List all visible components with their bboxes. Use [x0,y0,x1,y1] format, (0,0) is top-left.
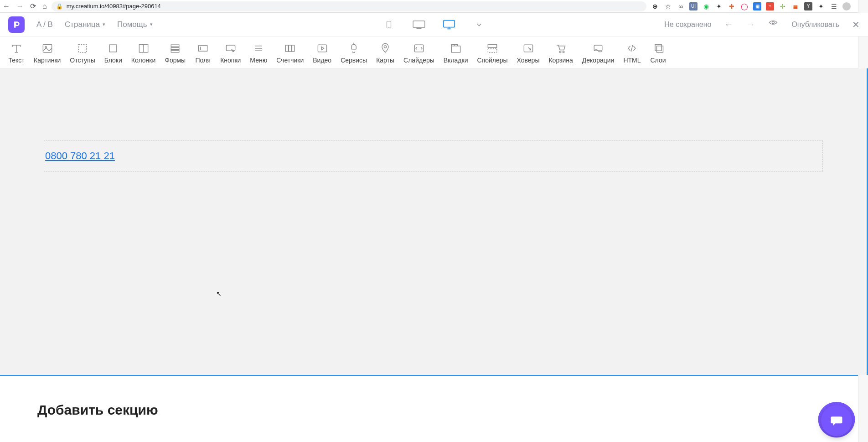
tool-counters[interactable]: Счетчики [272,42,308,64]
svg-rect-17 [171,50,179,52]
tool-hovers[interactable]: Ховеры [512,42,544,64]
page-menu[interactable]: Страница▾ [65,20,105,29]
tool-html[interactable]: HTML [619,42,645,64]
ext-icon-2[interactable]: UI [689,2,698,10]
tool-label: Сервисы [341,57,367,64]
svg-rect-11 [78,44,87,52]
tool-label: Корзина [548,57,573,64]
tool-fields[interactable]: Поля [190,42,216,64]
help-label: Помощь [117,20,147,29]
preview-icon[interactable] [768,19,779,30]
svg-rect-27 [318,45,326,52]
ext-icon-10[interactable]: ≣ [791,2,800,10]
undo-icon[interactable]: ← [724,19,733,30]
tool-label: Текст [8,57,24,64]
tool-label: Декорации [582,57,615,64]
zoom-icon[interactable]: ⊕ [651,2,659,10]
svg-point-8 [772,21,775,24]
ext-icon-1[interactable]: ∞ [677,2,685,10]
tool-blocks[interactable]: Блоки [100,42,127,64]
mobile-preview-icon[interactable] [382,19,396,30]
svg-rect-16 [171,47,179,49]
add-section-area[interactable]: Добавить секцию [0,375,868,418]
browser-toolbar: ← → ⟳ ⌂ 🔒 my.creatium.io/40983#page-2906… [0,0,868,13]
svg-point-35 [563,51,565,53]
chat-widget[interactable] [818,402,855,439]
svg-point-0 [16,22,18,25]
tool-label: Отступы [70,57,95,64]
ab-toggle[interactable]: A / B [36,20,53,29]
tool-decor[interactable]: Декорации [578,42,619,64]
tool-label: Колонки [131,57,155,64]
text-element-box[interactable]: 0800 780 21 21 [44,140,823,172]
tool-text[interactable]: Текст [4,42,29,64]
tool-menu[interactable]: Меню [245,42,272,64]
desktop-preview-icon[interactable] [442,19,456,30]
close-icon[interactable]: ✕ [852,19,860,30]
tool-video[interactable]: Видео [308,42,336,64]
tool-label: Видео [313,57,331,64]
back-icon[interactable]: ← [3,3,10,10]
tool-sliders[interactable]: Слайдеры [399,42,439,64]
device-more-icon[interactable] [472,19,486,30]
chevron-down-icon: ▾ [150,21,153,27]
tool-tabs[interactable]: Вкладки [439,42,473,64]
ext-icon-3[interactable]: ◉ [702,2,710,10]
tool-label: Спойлеры [477,57,507,64]
svg-rect-30 [451,46,460,52]
ext-icon-5[interactable]: ✚ [728,2,736,10]
svg-rect-18 [199,45,207,51]
svg-rect-38 [656,46,663,52]
svg-rect-25 [289,45,292,52]
svg-rect-5 [444,20,455,27]
ext-icon-9[interactable]: ✢ [779,2,787,10]
app-logo[interactable] [8,16,25,33]
tool-label: Счетчики [276,57,304,64]
tool-cart[interactable]: Корзина [544,42,577,64]
tool-layers[interactable]: Слои [646,42,671,64]
svg-rect-20 [226,45,235,51]
svg-point-28 [384,45,386,47]
ext-icon-8[interactable]: ≡ [766,2,774,10]
chat-icon [821,405,852,436]
tablet-preview-icon[interactable] [412,19,426,30]
ext-icon-4[interactable]: ✦ [715,2,723,10]
tool-spacing[interactable]: Отступы [65,42,99,64]
editor-canvas[interactable]: 0800 780 21 21 ↖ [0,68,868,375]
phone-link[interactable]: 0800 780 21 21 [45,150,115,162]
address-bar[interactable]: 🔒 my.creatium.io/40983#page-290614 [52,1,646,11]
tool-label: Слайдеры [403,57,434,64]
forward-icon[interactable]: → [16,3,24,10]
profile-avatar-icon[interactable] [842,2,851,10]
extensions-icon[interactable]: ✦ [817,2,825,10]
help-menu[interactable]: Помощь▾ [117,20,153,29]
tool-forms[interactable]: Формы [160,42,190,64]
cursor-icon: ↖ [216,290,222,297]
tool-images[interactable]: Картинки [29,42,65,64]
svg-point-34 [560,51,562,53]
page-label: Страница [65,20,100,29]
reload-icon[interactable]: ⟳ [30,3,36,10]
tool-buttons[interactable]: Кнопки [216,42,245,64]
ext-icon-6[interactable]: ◯ [740,2,749,10]
tool-label: HTML [623,57,641,64]
tool-services[interactable]: Сервисы [336,42,372,64]
tool-columns[interactable]: Колонки [127,42,160,64]
chevron-down-icon: ▾ [103,21,105,27]
redo-icon[interactable]: → [746,19,755,30]
browser-nav: ← → ⟳ ⌂ [3,3,47,10]
ext-icon-12[interactable]: ☰ [830,2,838,10]
save-status: Не сохранено [664,21,711,29]
star-icon[interactable]: ☆ [664,2,672,10]
app-header: A / B Страница▾ Помощь▾ Не сохранено ← →… [0,13,868,36]
tool-maps[interactable]: Карты [372,42,399,64]
publish-button[interactable]: Опубликовать [791,21,839,29]
ext-icon-7[interactable]: ▣ [753,2,761,10]
ext-icon-11[interactable]: Y [804,2,812,10]
svg-rect-12 [109,45,117,52]
browser-extensions: ⊕ ☆ ∞ UI ◉ ✦ ✚ ◯ ▣ ≡ ✢ ≣ Y ✦ ☰ ⋮ [651,2,865,10]
svg-rect-1 [387,21,391,28]
tool-spoilers[interactable]: Спойлеры [472,42,512,64]
home-icon[interactable]: ⌂ [42,3,47,10]
tool-label: Поля [195,57,210,64]
